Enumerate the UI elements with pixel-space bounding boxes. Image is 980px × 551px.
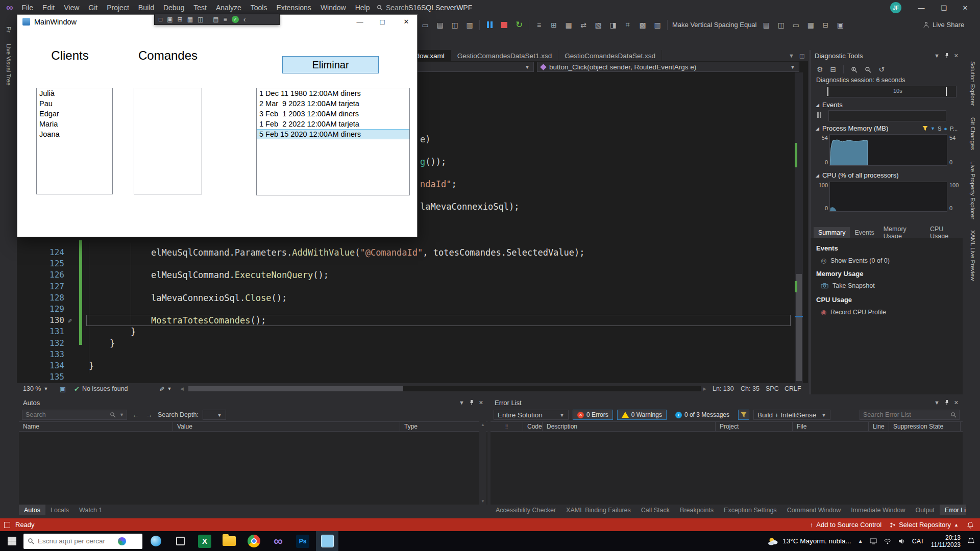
panel-tab-autos[interactable]: Autos: [19, 505, 45, 515]
export-icon[interactable]: ⊟: [830, 65, 837, 73]
menu-build[interactable]: Build: [134, 0, 159, 15]
diag-tab-events[interactable]: Events: [850, 227, 878, 238]
toolbar-icon[interactable]: ▭: [420, 20, 430, 30]
menu-debug[interactable]: Debug: [159, 0, 189, 15]
order-item[interactable]: 1 Feb 2 2022 12:00AM tarjeta: [257, 119, 409, 129]
toolbar-icon[interactable]: ▧: [593, 20, 603, 30]
client-item[interactable]: Pau: [37, 98, 112, 109]
doc-tab[interactable]: GestioComandesDataSet1.xsd: [451, 50, 558, 61]
client-item[interactable]: Maria: [37, 119, 112, 129]
order-item[interactable]: 2 Mar 9 2023 12:00AM tarjeta: [257, 98, 409, 109]
order-item[interactable]: 5 Feb 15 2020 12:00AM diners: [257, 129, 409, 139]
photoshop-button[interactable]: Ps: [291, 531, 314, 551]
toolbar-icon[interactable]: ≡: [534, 20, 544, 30]
errors-filter-button[interactable]: ✕0 Errors: [573, 410, 613, 420]
toolbar-icon[interactable]: ◨: [608, 20, 618, 30]
code-health[interactable]: ✔No issues found: [74, 383, 128, 394]
collapse-toolbar-icon[interactable]: ‹: [243, 15, 246, 23]
panel-tab-xaml-binding-failures[interactable]: XAML Binding Failures: [561, 505, 636, 515]
menu-analyze[interactable]: Analyze: [211, 0, 246, 15]
menu-extensions[interactable]: Extensions: [272, 0, 315, 15]
tab-list-chevron-icon[interactable]: ▼: [789, 53, 794, 59]
task-view-button[interactable]: [169, 531, 191, 551]
health-indicator-icon[interactable]: ▣: [60, 383, 66, 394]
taskbar-search-box[interactable]: [23, 534, 142, 549]
zoom-in-icon[interactable]: [851, 66, 857, 73]
side-tab-git-changes[interactable]: Git Changes: [970, 117, 976, 150]
toolbar-icon[interactable]: ▤: [435, 20, 445, 30]
panel-tab-command-window[interactable]: Command Window: [782, 505, 846, 515]
diag-tab-memory-usage[interactable]: Memory Usage: [879, 227, 925, 238]
toolbar-icon[interactable]: ◫: [776, 20, 786, 30]
cortana-button[interactable]: [144, 531, 167, 551]
show-events-link[interactable]: ◎ Show Events (0 of 0): [821, 257, 890, 264]
hscroll-right-arrow[interactable]: ▶: [703, 383, 706, 394]
search-options-icon[interactable]: ▼: [119, 412, 124, 417]
tab-options-icon[interactable]: ◫: [799, 53, 804, 59]
diag-tab-summary[interactable]: Summary: [814, 227, 850, 238]
reset-view-icon[interactable]: ↺: [878, 65, 885, 73]
filter-legend-icon[interactable]: [922, 126, 928, 131]
orders-listbox[interactable]: 1 Dec 11 1980 12:00AM diners2 Mar 9 2023…: [256, 88, 410, 195]
diag-tab-cpu-usage[interactable]: CPU Usage: [925, 227, 964, 238]
source-filter-dropdown[interactable]: Build + IntelliSense▼: [753, 410, 830, 420]
grid-lines-icon[interactable]: ◫: [198, 16, 203, 23]
background-tasks-icon[interactable]: [4, 522, 10, 528]
panel-tab-locals[interactable]: Locals: [45, 505, 74, 515]
chrome-button[interactable]: [242, 531, 265, 551]
menu-help[interactable]: Help: [351, 0, 375, 15]
taskbar-search-input[interactable]: [38, 537, 114, 545]
panel-tab-immediate-window[interactable]: Immediate Window: [846, 505, 910, 515]
visual-studio-button[interactable]: ∞: [267, 531, 289, 551]
panel-tab-output[interactable]: Output: [911, 505, 940, 515]
hot-reload-ok-icon[interactable]: ✓: [232, 16, 239, 23]
window-position-icon[interactable]: ▼: [459, 399, 464, 406]
stop-debug-icon[interactable]: [499, 20, 509, 30]
panel-tab-watch-1[interactable]: Watch 1: [74, 505, 107, 515]
menu-view[interactable]: View: [59, 0, 84, 15]
client-item[interactable]: Joana: [37, 129, 112, 139]
autos-scrollbar[interactable]: ▲▼: [479, 421, 486, 505]
toolbar-icon[interactable]: ▭: [791, 20, 801, 30]
comandes-listbox[interactable]: [134, 88, 202, 194]
close-button[interactable]: ✕: [395, 15, 418, 29]
toolbar-icon[interactable]: ▥: [464, 20, 475, 30]
scrollbar-thumb[interactable]: [188, 386, 403, 391]
take-snapshot-link[interactable]: Take Snapshot: [821, 282, 875, 289]
toolbar-icon[interactable]: ◫: [450, 20, 460, 30]
notification-bell-icon[interactable]: [967, 521, 974, 529]
vs-search-box[interactable]: Search: [377, 0, 408, 15]
autos-grid-body[interactable]: [19, 432, 487, 505]
menu-tools[interactable]: Tools: [246, 0, 272, 15]
menu-window[interactable]: Window: [316, 0, 351, 15]
panel-tab-breakpoints[interactable]: Breakpoints: [675, 505, 719, 515]
panel-tab-accessibility-checker[interactable]: Accessibility Checker: [491, 505, 561, 515]
zoom-control[interactable]: 130 %▼: [23, 383, 48, 394]
toolbar-icon[interactable]: ▩: [638, 20, 648, 30]
start-button[interactable]: [0, 531, 23, 551]
pin-icon[interactable]: [945, 399, 949, 406]
error-grid-body[interactable]: [491, 432, 963, 505]
pin-icon[interactable]: [945, 53, 949, 59]
restart-icon[interactable]: ↻: [514, 20, 524, 30]
select-repository-button[interactable]: Select Repository ▲: [890, 521, 959, 529]
wpf-main-window[interactable]: MainWindow — □ ✕ Clients Comandes Elimin…: [17, 14, 418, 237]
restore-button[interactable]: ❑: [933, 0, 955, 15]
filter-button[interactable]: [738, 410, 749, 420]
toolbar-icon[interactable]: ⊟: [820, 20, 830, 30]
live-share-button[interactable]: Live Share: [923, 15, 964, 34]
order-item[interactable]: 3 Feb 1 2003 12:00AM diners: [257, 109, 409, 119]
toolbar-icon[interactable]: ▦: [564, 20, 574, 30]
client-item[interactable]: Edgar: [37, 109, 112, 119]
code-cleanup-button[interactable]: ✎▼: [159, 383, 172, 394]
side-tab-live-visual-tree[interactable]: Live Visual Tree: [6, 44, 12, 86]
layout-guides-icon[interactable]: ▦: [187, 16, 193, 23]
side-tab-pr[interactable]: Pr: [6, 27, 12, 33]
close-button[interactable]: ✕: [954, 0, 976, 15]
memory-section-header[interactable]: ◢Process Memory (MB) ▼S ●P...: [811, 124, 964, 132]
panel-tab-call-stack[interactable]: Call Stack: [636, 505, 675, 515]
toolbar-icon[interactable]: ▣: [835, 20, 845, 30]
wifi-icon[interactable]: [884, 538, 892, 544]
toolbar-icon[interactable]: ⌗: [623, 20, 633, 30]
add-to-source-control-button[interactable]: ↑ Add to Source Control: [810, 521, 881, 529]
